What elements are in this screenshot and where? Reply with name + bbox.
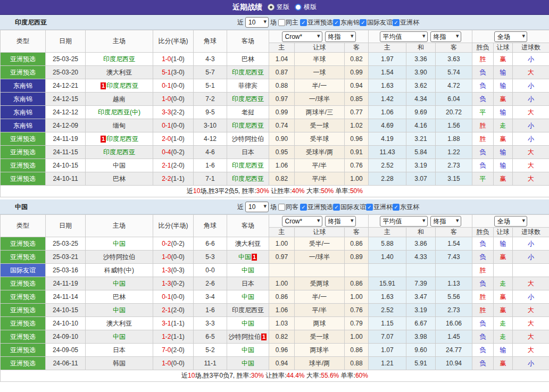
final-odds-select2-wrap: 终指 [430,216,461,227]
matches-label: 场 [270,203,277,212]
hcp-away-odds: 0.94 [345,79,369,93]
avg-away-odds: 1.45 [436,330,472,344]
horizontal-layout-radio[interactable]: 横版 [295,3,317,12]
league-filter-checkbox[interactable]: ✓亚洲预选 [300,18,333,27]
goals-result-cell: 大 [513,66,549,79]
final-odds-select2[interactable]: 终指 [430,31,461,42]
summary-segment: 让胜率: [264,372,287,379]
radio-unselected-icon[interactable] [295,4,302,11]
checkbox-checked-icon[interactable]: ✓ [393,19,400,26]
bookmaker-select[interactable]: Crow* [282,31,322,42]
summary-segment: 50% [350,187,363,195]
col-score: 比分(半场) [153,30,194,53]
hcp-result-cell: 输 [494,237,513,251]
away-team-cell: 老挝 [227,106,269,119]
halftime-score: (0-0) [171,82,185,89]
league-badge: 亚洲预选 [1,159,46,172]
checkbox-checked-icon[interactable]: ✓ [393,204,400,211]
away-team-cell: 中国 [227,344,269,357]
checkbox-unchecked-icon[interactable] [278,204,285,211]
league-filter-checkbox[interactable]: ✓东亚杯 [393,203,419,212]
panel-title: 近期战绩 [232,3,262,12]
match-date: 24-10-11 [46,172,86,186]
hcp-result-cell: 输 [494,159,513,172]
league-filter-checkbox[interactable]: ✓亚洲杯 [393,18,419,27]
same-venue-checkbox[interactable]: 同客 [278,203,298,212]
league-filter-label: 亚洲杯 [373,203,393,212]
league-filter-checkbox[interactable]: ✓国际友谊 [360,18,393,27]
final-odds-select2[interactable]: 终指 [430,216,461,227]
match-row: 亚洲预选24-11-19中国1-3(0-2)2-6日本1.00受两球0.8615… [1,277,549,290]
avg-away-odds: 1.56 [436,119,472,132]
halftime-score: (1-1) [171,175,185,182]
avg-draw-odds: 5.84 [406,146,436,159]
hcp-home-odds: 0.96 [269,344,295,357]
full-match-select[interactable]: 全场 [494,31,527,42]
league-badge: 东南锦 [1,93,46,106]
bookmaker-select[interactable]: Crow* [282,216,322,227]
league-badge: 亚洲预选 [1,290,46,304]
hcp-away-odds: 0.86 [345,277,369,290]
col-goals-result: 进球数 [513,43,549,53]
summary-segment: 30% [251,372,264,379]
match-date: 24-12-15 [46,93,86,106]
col-avg-draw: 和 [406,43,436,53]
hcp-line: 一/球半 [295,251,345,264]
checkbox-checked-icon[interactable]: ✓ [333,204,340,211]
halftime-score: (2-2) [171,109,185,116]
league-filter-checkbox[interactable]: ✓亚洲杯 [366,203,393,212]
same-venue-checkbox[interactable]: 同主 [278,18,298,27]
average-select[interactable]: 平均值 [380,216,428,227]
hcp-away-odds: 0.76 [345,304,369,317]
league-badge: 亚洲预选 [1,132,46,146]
away-team-name: 印度尼西亚 [232,122,264,129]
hcp-home-odds: 1.04 [269,53,295,66]
avg-away-odds: 1.22 [436,146,472,159]
away-team-cell: 沙特阿拉伯1 [227,330,269,344]
match-count-select[interactable]: 10 [245,17,269,28]
hcp-result-cell: 输 [494,106,513,119]
avg-away-odds: 1.88 [436,132,472,146]
avg-away-odds: 6.04 [436,93,472,106]
match-date: 24-09-10 [46,330,86,344]
avg-draw-odds: 5.91 [406,357,436,370]
final-odds-select[interactable]: 终指 [325,31,356,42]
league-filter-checkbox[interactable]: ✓亚洲预选 [300,203,333,212]
halftime-score: (0-0) [171,95,185,103]
home-team-cell: 缅甸 [86,119,153,132]
away-team-name: 中国 [242,360,254,367]
away-team-cell: 中国 [227,317,269,330]
league-badge: 亚洲预选 [1,304,46,317]
league-filter-checkbox[interactable]: ✓国际友谊 [333,203,366,212]
checkbox-checked-icon[interactable]: ✓ [366,204,373,211]
col-score: 比分(半场) [153,215,194,237]
hcp-home-odds: 0.82 [269,172,295,186]
home-team-cell: 中国 [86,304,153,317]
away-team-name: 澳大利亚 [235,240,261,247]
full-match-select[interactable]: 全场 [494,216,527,227]
average-select[interactable]: 平均值 [380,31,428,42]
home-team-name: 中国 [113,306,126,314]
home-team-name: 印度尼西亚 [106,135,138,143]
league-filter-checkbox[interactable]: ✓东南锦 [333,18,360,27]
score-cell: 1-0(0-0) [153,357,194,370]
checkbox-checked-icon[interactable]: ✓ [300,19,307,26]
section-indonesia: 印度尼西亚 近 10 场 同主 ✓亚洲预选✓东南锦✓国际友谊✓亚洲杯 [0,15,549,197]
col-home: 主场 [86,30,153,53]
corners-cell: 4-3 [194,53,227,66]
checkbox-unchecked-icon[interactable] [278,19,285,26]
home-team-name: 巴林 [113,293,126,301]
summary-segment: 30% [256,187,269,195]
radio-selected-icon[interactable] [268,4,274,11]
vertical-layout-radio[interactable]: 竖版 [268,3,289,12]
hcp-away-odds: 0.76 [345,159,369,172]
league-badge: 亚洲预选 [1,66,46,79]
match-row: 东南锦24-12-12印度尼西亚(中)3-3(2-2)9-5老挝0.99两球半/… [1,106,549,119]
checkbox-checked-icon[interactable]: ✓ [333,19,340,26]
home-team-name: 沙特阿拉伯 [103,253,135,261]
hcp-away-odds: 1.00 [345,172,369,186]
final-odds-select[interactable]: 终指 [325,216,356,227]
checkbox-checked-icon[interactable]: ✓ [300,204,307,211]
checkbox-checked-icon[interactable]: ✓ [360,19,367,26]
match-count-select[interactable]: 10 [245,202,269,212]
